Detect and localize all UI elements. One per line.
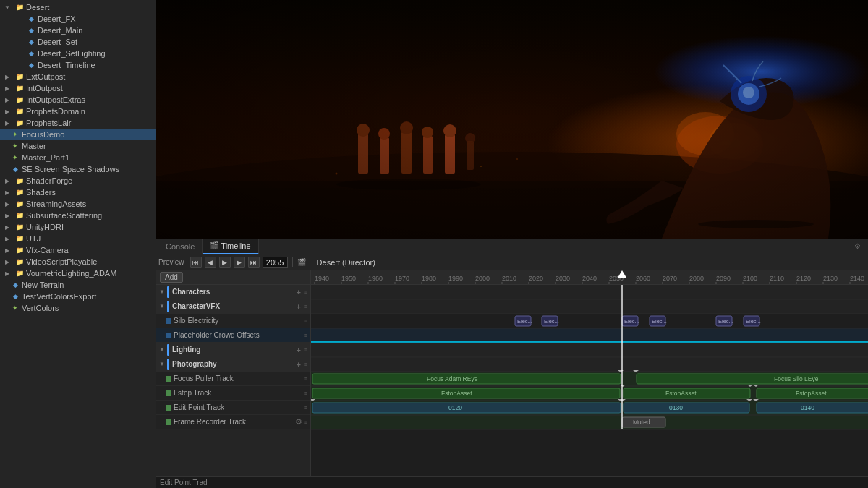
track-label-characters[interactable]: ▼ Characters + ≡	[156, 285, 310, 299]
tabs-bar: Console 🎬 Timeline ⚙	[156, 239, 868, 254]
track-opts-crowd[interactable]: ≡	[304, 332, 307, 339]
folder-icon-video: 📁	[14, 257, 25, 267]
tree-item-prophetslair[interactable]: 📁 ProphetsLair	[0, 117, 156, 129]
collapse-icon-charvfx[interactable]: ▼	[158, 303, 166, 310]
track-icon-silo	[166, 318, 171, 324]
go-end-button[interactable]: ⏭	[248, 257, 260, 268]
tree-item-desert-timeline[interactable]: ◆ Desert_Timeline	[0, 59, 156, 71]
tree-item-vertcolors[interactable]: ✦ VertColors	[0, 302, 156, 314]
scene-icon-terrain: ◆	[10, 280, 20, 290]
tree-item-shaderforge[interactable]: 📁 ShaderForge	[0, 175, 156, 187]
track-label-edit-point[interactable]: Edit Point Track ≡	[156, 401, 310, 415]
tree-item-testvert[interactable]: ◆ TestVertColorsExport	[0, 291, 156, 302]
track-add-characters[interactable]: +	[294, 287, 304, 297]
svg-text:2080: 2080	[689, 275, 704, 282]
asset-icon-vert: ✦	[10, 303, 20, 313]
tree-item-streaming[interactable]: 📁 StreamingAssets	[0, 198, 156, 210]
collapse-icon-photography[interactable]: ▼	[158, 361, 166, 368]
svg-text:Elec...: Elec...	[517, 318, 532, 325]
svg-text:Elec...: Elec...	[624, 318, 639, 325]
next-frame-button[interactable]: ▶	[234, 257, 245, 268]
track-opts-silo[interactable]: ≡	[304, 317, 307, 325]
track-label-focus-puller[interactable]: Focus Puller Track ≡	[156, 372, 310, 386]
track-label-fstop[interactable]: Fstop Track ≡	[156, 386, 310, 401]
svg-text:Focus Adam REye: Focus Adam REye	[427, 375, 478, 382]
tree-label-desert-fx: Desert_FX	[38, 14, 76, 23]
tree-label-video: VideoScriptPlayable	[26, 257, 97, 266]
tree-item-intoutpostextras[interactable]: 📁 IntOutpostExtras	[0, 94, 156, 106]
tabs-settings[interactable]: ⚙	[850, 241, 865, 252]
svg-text:FstopAsset: FstopAsset	[441, 390, 472, 397]
tree-label-focusdemo: FocusDemo	[22, 130, 64, 139]
track-color-lighting	[167, 344, 169, 356]
tree-item-se-shadows[interactable]: ◆ SE Screen Space Shadows	[0, 163, 156, 175]
time-ruler[interactable]: 1940 1950 1960 1970 1980 1990	[311, 270, 868, 285]
prev-frame-button[interactable]: ◀	[205, 257, 216, 268]
track-add-photography[interactable]: +	[294, 359, 304, 369]
play-button[interactable]: ▶	[219, 257, 231, 268]
tree-item-prophetsdomain[interactable]: 📁 ProphetsDomain	[0, 106, 156, 117]
scene-icon-testvert: ◆	[10, 291, 20, 301]
svg-rect-120	[637, 374, 868, 384]
tree-item-desert-set[interactable]: ◆ Desert_Set	[0, 36, 156, 48]
expand-icon-desert	[3, 2, 13, 12]
track-add-lighting[interactable]: +	[294, 345, 304, 355]
tree-item-master[interactable]: ✦ Master	[0, 140, 156, 152]
track-opts-focus-puller[interactable]: ≡	[304, 375, 307, 382]
tree-item-unityhdri[interactable]: 📁 UnityHDRI	[0, 221, 156, 233]
svg-rect-104	[311, 341, 868, 343]
tree-item-shaders[interactable]: 📁 Shaders	[0, 187, 156, 198]
tree-label-intex: IntOutpostExtras	[26, 95, 85, 104]
collapse-icon-lighting[interactable]: ▼	[158, 346, 166, 354]
tree-item-utj[interactable]: 📁 UTJ	[0, 233, 156, 244]
tree-item-desert-setlighting[interactable]: ◆ Desert_SetLighting	[0, 48, 156, 59]
track-icon-frame-recorder	[166, 419, 171, 425]
track-gear-recorder[interactable]: ⚙	[294, 417, 304, 427]
track-opts-characters[interactable]: ≡	[304, 288, 307, 296]
tree-item-videoscript[interactable]: 📁 VideoScriptPlayable	[0, 256, 156, 267]
add-track-button[interactable]: Add	[160, 272, 183, 283]
track-label-photography[interactable]: ▼ Photography + ≡	[156, 357, 310, 372]
tree-item-extoutpost[interactable]: 📁 ExtOutpost	[0, 71, 156, 82]
folder-icon-shaders: 📁	[14, 187, 25, 197]
svg-text:2030: 2030	[556, 275, 570, 282]
tab-timeline[interactable]: 🎬 Timeline	[203, 239, 258, 254]
tracks-svg: Elec... Elec... Elec... Elec... Elec... …	[311, 285, 868, 476]
right-panel: Console 🎬 Timeline ⚙ Preview ⏮ ◀ ▶ ▶ ⏭ 2…	[156, 0, 868, 488]
frame-number[interactable]: 2055	[263, 257, 288, 268]
status-text: Edit Point Trad	[160, 479, 208, 487]
main-container: 📁 Desert ◆ Desert_FX ◆ Desert_Main ◆ Des…	[0, 0, 868, 488]
tree-item-master-part1[interactable]: ✦ Master_Part1	[0, 152, 156, 163]
track-opts-lighting[interactable]: ≡	[304, 346, 307, 354]
folder-icon-vol: 📁	[14, 268, 25, 278]
track-label-charvfx[interactable]: ▼ CharacterVFX + ≡	[156, 299, 310, 314]
sequence-name: Desert (Director)	[317, 258, 375, 267]
track-opts-photography[interactable]: ≡	[304, 361, 307, 368]
tree-item-desert[interactable]: 📁 Desert	[0, 1, 156, 13]
tree-item-subsurface[interactable]: 📁 SubsurfaceScattering	[0, 210, 156, 221]
track-opts-edit-point[interactable]: ≡	[304, 404, 307, 411]
track-color-charvfx	[167, 301, 169, 312]
tree-item-volumetric[interactable]: 📁 VoumetricLighting_ADAM	[0, 267, 156, 279]
track-name-charvfx: CharacterVFX	[172, 302, 292, 310]
track-label-crowd[interactable]: Placeholder Crowd Offsets ≡	[156, 328, 310, 343]
track-opts-charvfx[interactable]: ≡	[304, 303, 307, 310]
track-label-silo[interactable]: Silo Electricity ≡	[156, 314, 310, 328]
tree-label-desert-setlighting: Desert_SetLighting	[38, 49, 106, 58]
track-label-lighting[interactable]: ▼ Lighting + ≡	[156, 343, 310, 357]
track-label-frame-recorder[interactable]: Frame Recorder Track ⚙ ≡	[156, 415, 310, 429]
tree-item-vfxcam[interactable]: 📁 Vfx-Camera	[0, 244, 156, 256]
track-opts-fstop[interactable]: ≡	[304, 390, 307, 397]
track-add-charvfx[interactable]: +	[294, 301, 304, 312]
tree-item-intoutpost[interactable]: 📁 IntOutpost	[0, 82, 156, 94]
track-opts-recorder[interactable]: ≡	[304, 419, 307, 426]
collapse-icon-characters[interactable]: ▼	[158, 288, 166, 296]
tree-item-desert-main[interactable]: ◆ Desert_Main	[0, 25, 156, 36]
tree-item-focusdemo[interactable]: ✦ FocusDemo	[0, 129, 156, 140]
svg-text:Elec...: Elec...	[652, 318, 667, 325]
tab-console[interactable]: Console	[158, 239, 203, 254]
tree-item-new-terrain[interactable]: ◆ New Terrain	[0, 279, 156, 291]
go-start-button[interactable]: ⏮	[190, 257, 202, 268]
tree-item-desert-fx[interactable]: ◆ Desert_FX	[0, 13, 156, 25]
expand-icon-intex	[3, 95, 13, 105]
